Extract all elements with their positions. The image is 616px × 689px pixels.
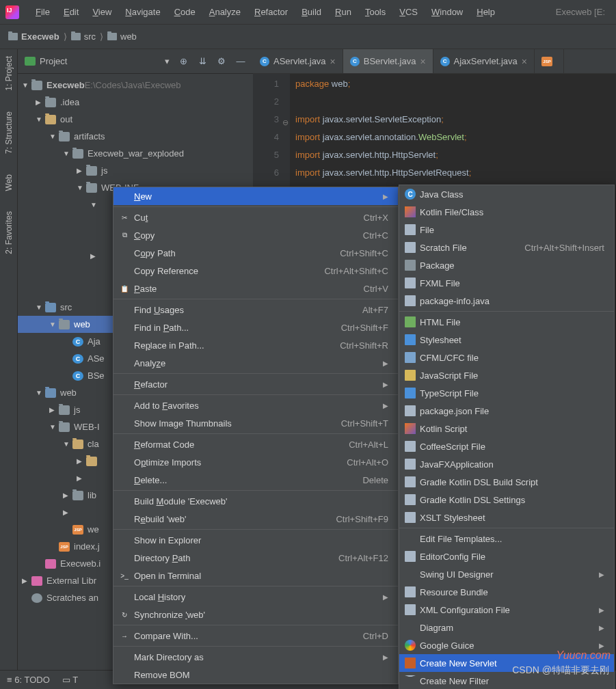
menu-build[interactable]: Build xyxy=(295,4,328,20)
menu-analyze[interactable]: Analyze xyxy=(202,4,247,20)
menu-run[interactable]: Run xyxy=(328,4,358,20)
menu-synchronizeweb[interactable]: ↻Synchronize 'web' xyxy=(113,606,398,623)
menu-delete[interactable]: Delete...Delete xyxy=(113,471,398,489)
rail-Web[interactable]: Web xyxy=(4,170,14,195)
menu-markdirectoryas[interactable]: Mark Directory as▶ xyxy=(113,648,398,666)
menu-vcs[interactable]: VCS xyxy=(392,4,425,20)
menu-new[interactable]: New▶ xyxy=(113,187,398,205)
rail-2Favorites[interactable]: 2: Favorites xyxy=(4,207,14,258)
hide-icon[interactable]: — xyxy=(235,56,246,67)
menu-copyreference[interactable]: Copy ReferenceCtrl+Alt+Shift+C xyxy=(113,262,398,280)
menu-reformatcode[interactable]: Reformat CodeCtrl+Alt+L xyxy=(113,435,398,453)
menu-navigate[interactable]: Navigate xyxy=(118,4,167,20)
menu-optimizeimports[interactable]: Optimize ImportsCtrl+Alt+O xyxy=(113,453,398,471)
menu-refactor[interactable]: Refactor▶ xyxy=(113,375,398,393)
menu-fxmlfile[interactable]: FXML File xyxy=(399,274,614,292)
project-tool-header[interactable]: Project ▾ ⊕ ⇊ ⚙ — xyxy=(18,49,253,74)
context-menu[interactable]: New▶✂CutCtrl+X⧉CopyCtrl+CCopy PathCtrl+S… xyxy=(113,187,399,684)
rail-1Project[interactable]: 1: Project xyxy=(4,52,14,95)
menu-editfiletemplates[interactable]: Edit File Templates... xyxy=(399,530,614,548)
gear-icon[interactable]: ⚙ xyxy=(216,56,227,67)
crumb-web[interactable]: web xyxy=(120,31,137,42)
menu-stylesheet[interactable]: Stylesheet xyxy=(399,331,614,349)
menu-comparewith[interactable]: →Compare With...Ctrl+D xyxy=(113,627,398,645)
close-icon[interactable]: × xyxy=(420,56,425,67)
menu-findusages[interactable]: Find UsagesAlt+F7 xyxy=(113,301,398,319)
menu-refactor[interactable]: Refactor xyxy=(247,4,295,20)
folder-icon xyxy=(86,183,97,193)
menu-icon xyxy=(405,242,416,253)
tree-row[interactable]: .idea xyxy=(18,94,253,111)
menu-replaceinpath[interactable]: Replace in Path...Ctrl+Shift+R xyxy=(113,336,398,354)
menu-copy[interactable]: ⧉CopyCtrl+C xyxy=(113,226,398,244)
menu-showinexplorer[interactable]: Show in Explorer xyxy=(113,531,398,549)
menu-editorconfigfile[interactable]: EditorConfig File xyxy=(399,548,614,565)
menu-help[interactable]: Help xyxy=(470,4,502,20)
tree-row[interactable]: Execweb_war_exploded xyxy=(18,145,253,162)
menu-xmlconfigurationfile[interactable]: XML Configuration File▶ xyxy=(399,601,614,619)
new-submenu[interactable]: CJava ClassKotlin File/ClassFileScratch … xyxy=(399,185,615,689)
menu-tools[interactable]: Tools xyxy=(358,4,392,20)
chevron-down-icon[interactable]: ▾ xyxy=(165,56,170,66)
menu-code[interactable]: Code xyxy=(168,4,202,20)
menu-directorypath[interactable]: Directory PathCtrl+Alt+F12 xyxy=(113,549,398,567)
menu-buildmoduleexecweb[interactable]: Build Module 'Execweb' xyxy=(113,492,398,510)
menu-icon xyxy=(405,370,416,381)
menu-cut[interactable]: ✂CutCtrl+X xyxy=(113,208,398,226)
menu-packagejsonfile[interactable]: package.json File xyxy=(399,402,614,420)
terminal-tool[interactable]: ▭ T xyxy=(62,675,78,685)
tab-jsp[interactable] xyxy=(535,49,564,73)
menu-analyze[interactable]: Analyze▶ xyxy=(113,354,398,372)
menu-scratchfile[interactable]: Scratch FileCtrl+Alt+Shift+Insert xyxy=(399,239,614,256)
crumb-Execweb[interactable]: Execweb xyxy=(21,31,59,42)
menu-javascriptfile[interactable]: JavaScript File xyxy=(399,366,614,384)
menu-swinguidesigner[interactable]: Swing UI Designer▶ xyxy=(399,565,614,583)
tab-BServlet.java[interactable]: BServlet.java× xyxy=(343,49,433,73)
tree-row[interactable]: out xyxy=(18,111,253,128)
folder-icon xyxy=(86,166,97,176)
menu-window[interactable]: Window xyxy=(425,4,470,20)
tab-AServlet.java[interactable]: AServlet.java× xyxy=(253,49,343,73)
menu-file[interactable]: File xyxy=(29,4,57,20)
close-icon[interactable]: × xyxy=(330,56,336,67)
todo-tool[interactable]: ≡ 6: TODO xyxy=(7,675,50,685)
menu-typescriptfile[interactable]: TypeScript File xyxy=(399,384,614,402)
watermark: Yuucn.com xyxy=(557,649,611,662)
menu-package[interactable]: Package xyxy=(399,256,614,274)
menu-localhistory[interactable]: Local History▶ xyxy=(113,588,398,606)
menu-addtofavorites[interactable]: Add to Favorites▶ xyxy=(113,396,398,414)
menu-rebuildweb[interactable]: Rebuild 'web'Ctrl+Shift+F9 xyxy=(113,510,398,528)
menu-paste[interactable]: 📋PasteCtrl+V xyxy=(113,280,398,297)
menu-edit[interactable]: Edit xyxy=(57,4,85,20)
menu-kotlinfileclass[interactable]: Kotlin File/Class xyxy=(399,203,614,221)
menu-javafxapplication[interactable]: JavaFXApplication xyxy=(399,455,614,473)
menu-cfmlcfcfile[interactable]: CFML/CFC file xyxy=(399,349,614,366)
menu-javaclass[interactable]: CJava Class xyxy=(399,185,614,203)
menu-copypath[interactable]: Copy PathCtrl+Shift+C xyxy=(113,244,398,262)
menu-showimagethumbnails[interactable]: Show Image ThumbnailsCtrl+Shift+T xyxy=(113,414,398,432)
tree-row[interactable]: Execweb E:\Codes\Java\Execweb xyxy=(18,77,253,94)
menu-packageinfojava[interactable]: package-info.java xyxy=(399,292,614,310)
rail-7Structure[interactable]: 7: Structure xyxy=(4,107,14,158)
menu-coffeescriptfile[interactable]: CoffeeScript File xyxy=(399,437,614,455)
menu-gradlekotlindslbuildscript[interactable]: Gradle Kotlin DSL Build Script xyxy=(399,473,614,491)
menu-diagram[interactable]: Diagram▶ xyxy=(399,619,614,636)
menu-icon xyxy=(405,405,416,416)
crumb-src[interactable]: src xyxy=(84,31,96,42)
tab-AjaxServlet.java[interactable]: AjaxServlet.java× xyxy=(433,49,535,73)
tree-row[interactable]: js xyxy=(18,162,253,179)
locate-icon[interactable]: ⊕ xyxy=(178,56,189,67)
menu-file[interactable]: File xyxy=(399,221,614,239)
tree-row[interactable]: artifacts xyxy=(18,128,253,145)
menu-xsltstylesheet[interactable]: XSLT Stylesheet xyxy=(399,509,614,526)
collapse-icon[interactable]: ⇊ xyxy=(197,56,208,67)
menu-gradlekotlindslsettings[interactable]: Gradle Kotlin DSL Settings xyxy=(399,491,614,509)
menu-htmlfile[interactable]: HTML File xyxy=(399,313,614,331)
menu-openinterminal[interactable]: >_Open in Terminal xyxy=(113,567,398,584)
menu-resourcebundle[interactable]: Resource Bundle xyxy=(399,583,614,601)
menu-findinpath[interactable]: Find in Path...Ctrl+Shift+F xyxy=(113,319,398,336)
close-icon[interactable]: × xyxy=(522,56,527,67)
menu-removebom[interactable]: Remove BOM xyxy=(113,666,398,684)
menu-view[interactable]: View xyxy=(85,4,118,20)
menu-kotlinscript[interactable]: Kotlin Script xyxy=(399,420,614,437)
